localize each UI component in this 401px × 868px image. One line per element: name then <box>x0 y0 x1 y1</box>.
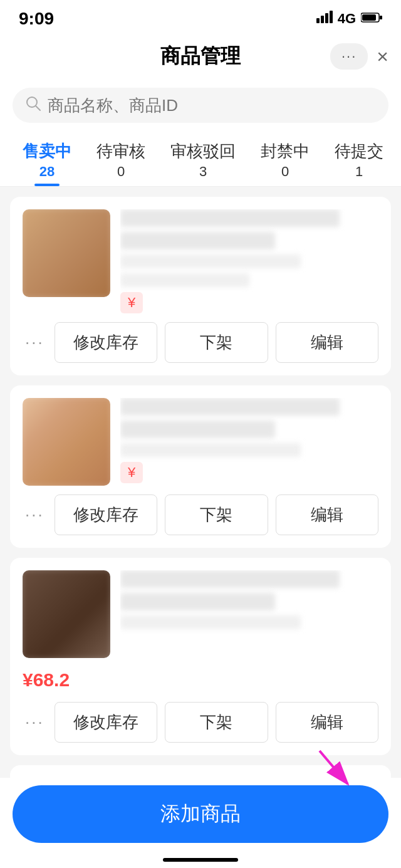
product-details-2: ¥ <box>120 398 378 486</box>
tab-pending-label: 待审核 <box>96 140 145 162</box>
tab-draft[interactable]: 待提交 1 <box>322 133 396 186</box>
network-label: 4G <box>338 11 356 27</box>
product-actions-3: ··· 修改库存 下架 编辑 <box>23 702 378 743</box>
product-subtitle-blur-3a <box>120 593 275 610</box>
svg-line-8 <box>36 106 40 110</box>
product-price-3: ¥68.2 <box>23 669 70 690</box>
product-card-3: ¥68.2 ··· 修改库存 下架 编辑 <box>10 558 391 755</box>
modify-stock-button-2[interactable]: 修改库存 <box>55 494 157 535</box>
tab-menu-button[interactable] <box>396 159 401 186</box>
product-details-3 <box>120 570 378 658</box>
product-spec-blur-2 <box>120 443 301 457</box>
product-title-blur-2 <box>120 398 340 416</box>
bottom-bar: 添加商品 <box>0 778 401 868</box>
svg-line-10 <box>320 751 348 784</box>
product-thumbnail-1 <box>23 209 110 297</box>
product-price-tag-1: ¥ <box>120 292 143 313</box>
edit-button-1[interactable]: 编辑 <box>276 322 378 363</box>
product-spec-blur-1 <box>120 254 301 268</box>
header-more-button[interactable]: ··· <box>330 43 368 70</box>
product-title-blur-3 <box>120 570 340 588</box>
tab-rejected-count: 3 <box>199 164 207 180</box>
tab-banned-label: 封禁中 <box>261 140 310 162</box>
product-thumbnail-2 <box>23 398 110 486</box>
tab-selling-count: 28 <box>39 164 55 180</box>
product-actions-2: ··· 修改库存 下架 编辑 <box>23 494 378 535</box>
search-input[interactable] <box>48 96 376 115</box>
product-subtitle-blur-2a <box>120 421 275 438</box>
product-more-button-1[interactable]: ··· <box>23 328 47 357</box>
add-product-label: 添加商品 <box>160 800 241 828</box>
status-bar: 9:09 4G <box>0 0 401 34</box>
product-info-row-3 <box>23 570 378 658</box>
tab-rejected-label: 审核驳回 <box>170 140 236 162</box>
search-box <box>13 88 388 123</box>
product-spec2-blur-1 <box>120 273 249 287</box>
status-icons: 4G <box>316 11 382 27</box>
delist-button-2[interactable]: 下架 <box>165 494 268 535</box>
product-thumbnail-3 <box>23 570 110 658</box>
page-title: 商品管理 <box>160 43 241 70</box>
tab-banned[interactable]: 封禁中 0 <box>248 133 322 186</box>
product-details-1: ¥ <box>120 209 378 313</box>
product-title-blur-1 <box>120 209 340 227</box>
tab-selling-label: 售卖中 <box>23 140 71 162</box>
tab-banned-count: 0 <box>281 164 289 180</box>
tab-rejected[interactable]: 审核驳回 3 <box>158 133 248 186</box>
product-subtitle-blur-1a <box>120 232 275 249</box>
modify-stock-button-1[interactable]: 修改库存 <box>55 322 157 363</box>
tab-selling[interactable]: 售卖中 28 <box>10 133 84 186</box>
product-more-button-2[interactable]: ··· <box>23 500 47 530</box>
product-price-tag-2: ¥ <box>120 462 143 483</box>
header-actions: ··· × <box>330 43 388 70</box>
svg-rect-1 <box>321 16 324 23</box>
search-icon <box>25 95 41 115</box>
edit-button-3[interactable]: 编辑 <box>276 702 378 743</box>
svg-rect-6 <box>380 16 382 19</box>
battery-icon <box>361 11 382 27</box>
signal-bars-icon <box>316 11 333 27</box>
product-info-row-2: ¥ <box>23 398 378 486</box>
product-info-row-1: ¥ <box>23 209 378 313</box>
delist-button-1[interactable]: 下架 <box>165 322 268 363</box>
svg-rect-5 <box>362 14 376 21</box>
tab-draft-count: 1 <box>355 164 363 180</box>
edit-button-2[interactable]: 编辑 <box>276 494 378 535</box>
page-header: 商品管理 ··· × <box>0 34 401 80</box>
status-time: 9:09 <box>19 9 54 29</box>
tab-pending-count: 0 <box>117 164 125 180</box>
tabs-bar: 售卖中 28 待审核 0 审核驳回 3 封禁中 0 待提交 1 <box>0 133 401 187</box>
product-actions-1: ··· 修改库存 下架 编辑 <box>23 322 378 363</box>
tab-pending-review[interactable]: 待审核 0 <box>84 133 158 186</box>
svg-rect-3 <box>330 11 333 23</box>
svg-rect-2 <box>325 13 328 23</box>
product-spec-blur-3 <box>120 615 301 629</box>
search-section <box>0 80 401 133</box>
product-more-button-3[interactable]: ··· <box>23 708 47 737</box>
header-close-button[interactable]: × <box>377 46 388 66</box>
delist-button-3[interactable]: 下架 <box>165 702 268 743</box>
add-product-button[interactable]: 添加商品 <box>13 785 388 843</box>
arrow-annotation <box>313 748 363 792</box>
product-card-2: ¥ ··· 修改库存 下架 编辑 <box>10 385 391 548</box>
product-card-1: ¥ ··· 修改库存 下架 编辑 <box>10 197 391 375</box>
svg-rect-0 <box>316 18 320 23</box>
tab-draft-label: 待提交 <box>335 140 383 162</box>
modify-stock-button-3[interactable]: 修改库存 <box>55 702 157 743</box>
home-indicator <box>163 858 238 862</box>
